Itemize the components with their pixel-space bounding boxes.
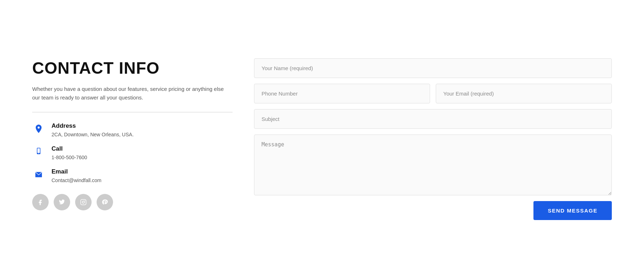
social-icons-group — [32, 194, 233, 210]
phone-icon — [32, 145, 45, 158]
subject-input[interactable] — [254, 109, 612, 129]
address-content: Address 2CA, Downtown, New Orleans, USA. — [52, 122, 134, 137]
facebook-button[interactable] — [32, 194, 49, 210]
svg-point-2 — [38, 153, 39, 154]
location-icon — [32, 122, 45, 135]
address-value: 2CA, Downtown, New Orleans, USA. — [52, 132, 134, 137]
message-input[interactable] — [254, 135, 612, 195]
name-input[interactable] — [254, 58, 612, 78]
phone-input[interactable] — [254, 84, 430, 103]
svg-rect-1 — [38, 148, 40, 153]
contact-form: SEND MESSAGE — [254, 58, 612, 220]
address-block: Address 2CA, Downtown, New Orleans, USA. — [32, 122, 233, 137]
call-value: 1-800-500-7600 — [52, 155, 87, 160]
address-label: Address — [52, 122, 134, 130]
email-input[interactable] — [436, 84, 612, 103]
email-content: Email Contact@windfall.com — [52, 168, 102, 183]
page-container: CONTACT INFO Whether you have a question… — [18, 37, 626, 242]
call-block: Call 1-800-500-7600 — [32, 145, 233, 160]
page-title: CONTACT INFO — [32, 58, 233, 78]
email-label: Email — [52, 168, 102, 175]
email-block: Email Contact@windfall.com — [32, 168, 233, 183]
pinterest-button[interactable] — [97, 194, 113, 210]
twitter-button[interactable] — [54, 194, 70, 210]
phone-email-row — [254, 84, 612, 103]
instagram-button[interactable] — [75, 194, 92, 210]
svg-rect-3 — [81, 199, 86, 205]
call-label: Call — [52, 145, 87, 152]
description-text: Whether you have a question about our fe… — [32, 85, 233, 102]
email-value: Contact@windfall.com — [52, 177, 102, 183]
svg-point-4 — [82, 201, 84, 203]
call-content: Call 1-800-500-7600 — [52, 145, 87, 160]
email-icon — [32, 168, 45, 181]
left-panel: CONTACT INFO Whether you have a question… — [32, 58, 233, 210]
svg-point-5 — [84, 200, 85, 201]
divider — [32, 112, 233, 112]
send-message-button[interactable]: SEND MESSAGE — [533, 201, 612, 220]
